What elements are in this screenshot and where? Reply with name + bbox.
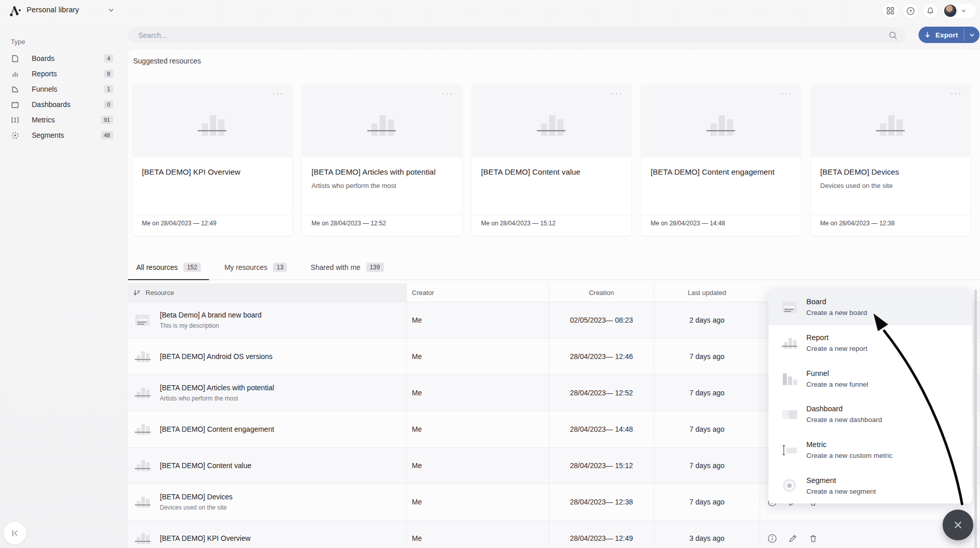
resource-title: [BETA DEMO] Devices (160, 493, 233, 501)
menu-item-dashboard[interactable]: Dashboard Create a new dashboard (768, 396, 972, 432)
delete-button[interactable] (808, 533, 818, 543)
user-menu-button[interactable] (943, 4, 976, 18)
sidebar-section-label: Type (11, 38, 128, 46)
menu-item-board[interactable]: Board Create a new board (768, 289, 972, 325)
menu-item-segment[interactable]: Segment Create a new segment (768, 468, 972, 503)
creator-cell: Me (406, 520, 549, 548)
menu-item-label: Report (806, 333, 867, 342)
column-header-last-updated[interactable]: Last updated (654, 283, 760, 302)
notifications-button[interactable] (923, 4, 937, 18)
menu-item-report[interactable]: Report Create a new report (768, 325, 972, 361)
collapse-sidebar-button[interactable] (4, 522, 26, 544)
help-icon: ? (906, 7, 915, 15)
card-description (142, 182, 283, 189)
report-menu-icon (781, 334, 798, 352)
funnel-menu-icon (781, 370, 798, 387)
report-type-icon (133, 384, 152, 402)
menu-item-description: Create a new funnel (806, 381, 868, 388)
card-description (651, 182, 791, 189)
column-header-creation[interactable]: Creation (549, 283, 654, 302)
suggested-card-kpi-overview[interactable]: ··· [BETA DEMO] KPI Overview Me on 28/04… (133, 85, 292, 236)
boards-icon (11, 54, 19, 63)
suggested-card-articles-with-potential[interactable]: ··· [BETA DEMO] Articles with potential … (302, 85, 462, 236)
last-updated-cell: 7 days ago (654, 484, 760, 520)
trash-icon (808, 534, 818, 543)
dashboards-count-badge: 0 (104, 100, 113, 109)
suggested-resources-heading: Suggested resources (133, 57, 201, 65)
report-type-icon (133, 529, 152, 547)
metrics-count-badge: 91 (101, 116, 113, 124)
sidebar-item-reports[interactable]: Reports 8 (0, 66, 128, 81)
info-button[interactable] (767, 533, 777, 543)
tab-shared-with-me[interactable]: Shared with me 139 (302, 255, 391, 280)
creation-cell: 28/04/2023— 14:48 (549, 411, 654, 447)
sidebar-item-metrics[interactable]: Metrics 91 (0, 112, 128, 128)
resource-description: This is my description (160, 322, 261, 329)
app-logo-icon (7, 4, 22, 18)
last-updated-cell: 7 days ago (654, 448, 760, 483)
card-title: [BETA DEMO] Articles with potential (311, 167, 452, 176)
menu-item-description: Create a new report (806, 345, 867, 352)
creator-cell: Me (406, 448, 549, 483)
menu-item-funnel[interactable]: Funnel Create a new funnel (768, 361, 972, 396)
edit-button[interactable] (787, 533, 798, 543)
creator-cell: Me (406, 302, 549, 338)
vertical-scrollbar[interactable] (974, 289, 977, 548)
card-footer: Me on 28/04/2023 — 15:12 (472, 215, 631, 236)
tab-all-resources[interactable]: All resources 152 (128, 255, 209, 280)
sidebar-item-dashboards[interactable]: Dashboards 0 (0, 97, 128, 112)
reports-count-badge: 8 (104, 70, 113, 78)
resource-description: Devices used on the site (160, 504, 233, 511)
card-menu-button[interactable]: ··· (442, 89, 453, 99)
sidebar: Type Boards 4 Reports 8 Funnels 1 (0, 32, 128, 143)
menu-item-description: Create a new dashboard (806, 416, 882, 424)
report-type-icon (133, 347, 152, 366)
menu-item-metric[interactable]: Metric Create a new custom metric (768, 432, 972, 468)
menu-item-label: Segment (806, 476, 876, 484)
sidebar-item-funnels[interactable]: Funnels 1 (0, 81, 128, 97)
creation-cell: 28/04/2023— 12:49 (549, 520, 654, 548)
workspace-chevron-down-icon[interactable] (108, 7, 115, 14)
card-thumbnail: ··· (811, 85, 970, 157)
card-footer: Me on 28/04/2023 — 12:38 (811, 215, 970, 236)
card-menu-button[interactable]: ··· (611, 89, 623, 99)
search-icon (888, 31, 898, 40)
card-menu-button[interactable]: ··· (781, 89, 793, 99)
table-row[interactable]: [BETA DEMO] KPI Overview Me 28/04/2023— … (128, 520, 980, 548)
card-menu-button[interactable]: ··· (950, 89, 962, 99)
column-header-creator[interactable]: Creator (406, 283, 549, 302)
export-label: Export (935, 31, 958, 39)
search-bar (128, 27, 906, 43)
suggested-card-devices[interactable]: ··· [BETA DEMO] Devices Devices used on … (811, 85, 970, 236)
tab-my-resources[interactable]: My resources 13 (216, 255, 295, 280)
suggested-card-content-engagement[interactable]: ··· [BETA DEMO] Content engagement Me on… (641, 85, 801, 236)
download-icon (924, 31, 931, 38)
column-header-resource[interactable]: Resource (128, 283, 406, 302)
search-input[interactable] (128, 31, 888, 39)
menu-item-label: Board (806, 298, 867, 306)
card-footer: Me on 28/04/2023 — 12:49 (133, 215, 292, 236)
funnels-count-badge: 1 (104, 85, 113, 93)
all-resources-count-badge: 152 (183, 263, 201, 272)
card-footer: Me on 28/04/2023 — 14:48 (641, 215, 801, 236)
card-description: Artists who perform the most (311, 182, 452, 189)
help-button[interactable]: ? (903, 4, 918, 18)
suggested-cards: ··· [BETA DEMO] KPI Overview Me on 28/04… (133, 85, 970, 236)
export-button[interactable]: Export (919, 27, 979, 43)
card-title: [BETA DEMO] Content engagement (651, 167, 791, 176)
workspace-title[interactable]: Personal library (27, 6, 79, 14)
card-thumbnail: ··· (302, 85, 462, 157)
export-options-button[interactable] (964, 27, 979, 43)
report-placeholder-icon (875, 110, 907, 138)
card-thumbnail: ··· (133, 85, 292, 157)
report-type-icon (133, 420, 152, 438)
report-placeholder-icon (536, 110, 568, 138)
close-fab-button[interactable] (943, 510, 973, 540)
suggested-card-content-value[interactable]: ··· [BETA DEMO] Content value Me on 28/0… (472, 85, 631, 236)
resource-description: Artists who perform the most (160, 395, 274, 402)
apps-grid-button[interactable] (883, 4, 898, 18)
personal-library-page: Personal library ? (0, 0, 980, 548)
card-menu-button[interactable]: ··· (272, 89, 284, 99)
sidebar-item-segments[interactable]: Segments 48 (0, 128, 128, 143)
sidebar-item-boards[interactable]: Boards 4 (0, 51, 128, 66)
